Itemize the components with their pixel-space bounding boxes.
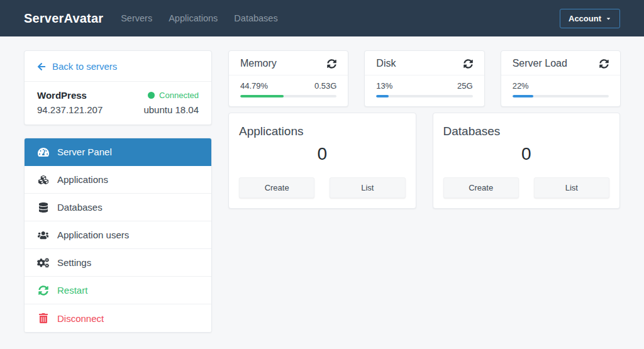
applications-create-button[interactable]: Create <box>239 177 314 198</box>
status-badge: Connected <box>148 91 199 100</box>
arrow-left-icon <box>37 62 46 71</box>
trash-icon <box>37 313 49 323</box>
applications-list-button[interactable]: List <box>330 177 405 198</box>
server-name: WordPress <box>37 90 87 101</box>
memory-value: 0.53G <box>314 81 336 91</box>
server-load-refresh-button[interactable] <box>599 59 609 69</box>
applications-count: 0 <box>239 144 406 164</box>
disk-percent: 13% <box>376 81 392 91</box>
disk-card: Disk 13% 25G <box>364 50 484 107</box>
sidebar-item-disconnect[interactable]: Disconnect <box>25 304 211 332</box>
server-load-percent: 22% <box>513 81 529 91</box>
sidebar-item-label: Settings <box>57 257 91 268</box>
nav-links: Servers Applications Databases <box>121 13 277 23</box>
account-label: Account <box>569 14 601 23</box>
server-info-card: Back to servers WordPress Connected 94.2… <box>24 50 212 125</box>
cubes-icon <box>37 175 49 185</box>
disk-value: 25G <box>457 81 473 91</box>
sidebar-item-restart[interactable]: Restart <box>25 277 211 304</box>
server-info: WordPress Connected 94.237.121.207 ubunt… <box>25 82 211 125</box>
databases-count: 0 <box>443 144 610 164</box>
databases-panel-title: Databases <box>443 125 610 138</box>
cogs-icon <box>37 258 49 268</box>
top-navbar: ServerAvatar Servers Applications Databa… <box>0 0 644 36</box>
back-to-servers-link[interactable]: Back to servers <box>25 51 211 82</box>
server-load-card: Server Load 22% <box>501 50 621 107</box>
tachometer-icon <box>37 147 49 157</box>
account-dropdown-button[interactable]: Account <box>560 9 620 28</box>
nav-link-servers[interactable]: Servers <box>121 13 152 23</box>
sidebar-item-applications[interactable]: Applications <box>25 166 211 194</box>
databases-panel: Databases 0 Create List <box>433 113 621 209</box>
sidebar-menu: Server Panel Applications Databases Appl… <box>24 138 212 333</box>
database-icon <box>37 202 49 213</box>
sidebar-item-server-panel[interactable]: Server Panel <box>25 138 211 166</box>
sidebar-item-label: Disconnect <box>57 313 104 324</box>
disk-progress-bar <box>376 95 472 97</box>
status-label: Connected <box>159 91 199 100</box>
sidebar-item-label: Application users <box>57 230 129 240</box>
sidebar-item-label: Restart <box>57 285 87 296</box>
refresh-icon <box>599 59 609 69</box>
disk-title: Disk <box>376 58 396 69</box>
nav-link-applications[interactable]: Applications <box>169 13 218 23</box>
sidebar-item-label: Applications <box>57 174 108 185</box>
disk-refresh-button[interactable] <box>464 59 473 69</box>
refresh-icon <box>327 59 336 69</box>
server-ip: 94.237.121.207 <box>37 104 103 115</box>
sidebar-item-application-users[interactable]: Application users <box>25 221 211 249</box>
sidebar-item-label: Databases <box>57 202 103 213</box>
sidebar-item-label: Server Panel <box>57 147 112 157</box>
databases-create-button[interactable]: Create <box>443 177 519 198</box>
sync-icon <box>37 285 49 296</box>
caret-down-icon <box>606 16 611 21</box>
applications-panel: Applications 0 Create List <box>228 113 416 209</box>
server-load-title: Server Load <box>513 58 567 69</box>
status-dot-icon <box>148 92 155 99</box>
server-os: ubuntu 18.04 <box>143 104 199 115</box>
stats-row: Memory 44.79% 0.53G Disk 13% 25G <box>228 50 621 107</box>
back-to-servers-label: Back to servers <box>52 61 117 72</box>
applications-panel-title: Applications <box>239 125 406 138</box>
brand-logo[interactable]: ServerAvatar <box>24 11 103 26</box>
panels-row: Applications 0 Create List Databases 0 C… <box>228 113 620 209</box>
memory-card: Memory 44.79% 0.53G <box>228 50 348 107</box>
memory-progress-bar <box>240 95 336 97</box>
nav-link-databases[interactable]: Databases <box>234 13 277 23</box>
users-icon <box>37 231 49 240</box>
databases-list-button[interactable]: List <box>534 177 609 198</box>
memory-percent: 44.79% <box>240 81 268 91</box>
refresh-icon <box>464 59 473 69</box>
sidebar-item-databases[interactable]: Databases <box>25 194 211 221</box>
memory-title: Memory <box>240 58 277 69</box>
sidebar-item-settings[interactable]: Settings <box>25 249 211 277</box>
server-load-progress-bar <box>513 95 609 97</box>
memory-refresh-button[interactable] <box>327 59 336 69</box>
